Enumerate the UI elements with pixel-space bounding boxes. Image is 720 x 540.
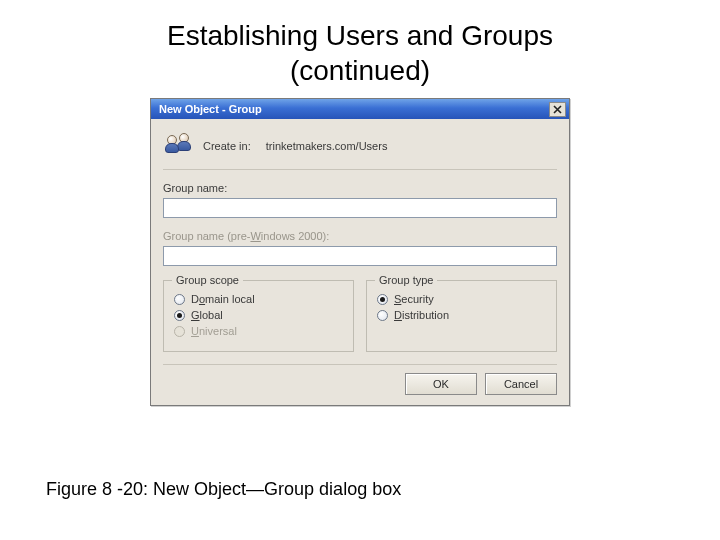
scope-global-radio[interactable]: Global: [174, 309, 343, 321]
pre-windows-2000-label: Group name (pre-Windows 2000):: [163, 230, 557, 242]
dialog-titlebar[interactable]: New Object - Group: [151, 99, 569, 119]
radio-icon: [377, 310, 388, 321]
group-name-label: Group name:: [163, 182, 557, 194]
slide-title: Establishing Users and Groups (continued…: [0, 18, 720, 88]
dialog-title: New Object - Group: [159, 103, 262, 115]
group-icon: [165, 133, 193, 159]
slide-title-line2: (continued): [290, 55, 430, 86]
figure-caption: Figure 8 -20: New Object—Group dialog bo…: [46, 479, 401, 500]
pre-windows-2000-input[interactable]: [163, 246, 557, 266]
group-type-fieldset: Group type Security Distribution: [366, 280, 557, 352]
create-in-path: trinketmakers.com/Users: [266, 140, 388, 152]
group-scope-legend: Group scope: [172, 274, 243, 286]
type-security-radio[interactable]: Security: [377, 293, 546, 305]
ok-button[interactable]: OK: [405, 373, 477, 395]
cancel-button[interactable]: Cancel: [485, 373, 557, 395]
scope-universal-radio: Universal: [174, 325, 343, 337]
scope-domain-local-radio[interactable]: Domain local: [174, 293, 343, 305]
radio-label: Security: [394, 293, 434, 305]
radio-icon: [174, 310, 185, 321]
group-type-legend: Group type: [375, 274, 437, 286]
radio-label: Domain local: [191, 293, 255, 305]
create-in-label: Create in:: [203, 140, 251, 152]
group-scope-fieldset: Group scope Domain local Global Universa…: [163, 280, 354, 352]
radio-icon: [377, 294, 388, 305]
create-in-row: Create in: trinketmakers.com/Users: [203, 140, 387, 152]
group-name-input[interactable]: [163, 198, 557, 218]
new-object-group-dialog: New Object - Group Create in: trinketmak…: [150, 98, 570, 406]
radio-icon: [174, 326, 185, 337]
radio-label: Universal: [191, 325, 237, 337]
radio-label: Global: [191, 309, 223, 321]
radio-label: Distribution: [394, 309, 449, 321]
radio-icon: [174, 294, 185, 305]
close-icon[interactable]: [549, 102, 566, 117]
slide-title-line1: Establishing Users and Groups: [167, 20, 553, 51]
type-distribution-radio[interactable]: Distribution: [377, 309, 546, 321]
